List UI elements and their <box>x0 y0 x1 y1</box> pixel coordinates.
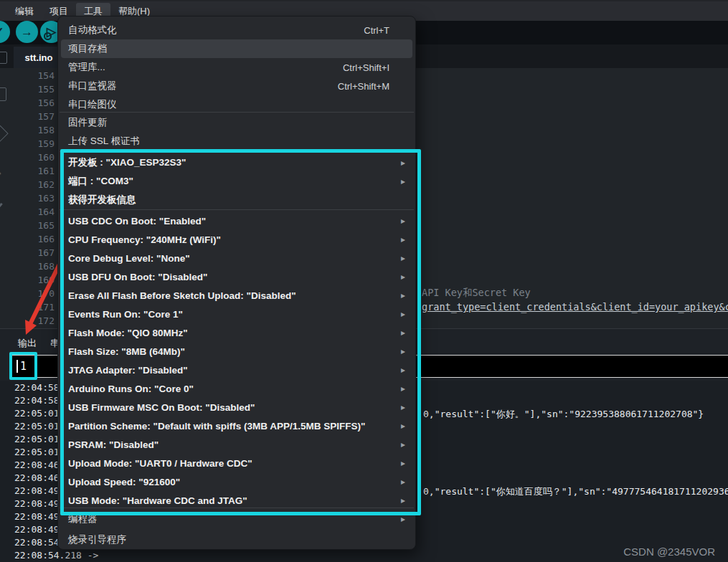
menu-item-label: 串口绘图仪 <box>68 98 117 111</box>
line-number: 170 <box>11 287 55 300</box>
line-number: 164 <box>11 205 55 219</box>
chevron-icon[interactable]: › <box>0 166 1 178</box>
code-url-fragment: grant_type=client_credentials&client_id=… <box>422 300 728 314</box>
menu-item-shortcut: Ctrl+Shift+I <box>343 62 405 73</box>
line-number: 159 <box>11 137 55 151</box>
console-timestamp: 22:08:49 <box>14 511 60 522</box>
console-timestamp: 22:08:54.218 -> <box>14 550 98 561</box>
check-icon: ✓ <box>0 24 4 39</box>
line-number: 166 <box>11 232 55 246</box>
board-options-highlight <box>60 149 421 515</box>
gear-icon <box>44 32 52 40</box>
watermark: CSDN @2345VOR <box>623 546 715 558</box>
line-number: 167 <box>11 246 55 259</box>
console-timestamp: 22:08:46 <box>14 459 60 470</box>
line-number: 162 <box>11 178 55 191</box>
line-number: 154 <box>11 69 55 82</box>
line-number: 169 <box>11 273 55 287</box>
tab-stt-ino[interactable]: stt.ino <box>14 47 64 68</box>
console-timestamp: 22:05:01 <box>14 408 60 419</box>
console-timestamp: 22:08:46 <box>14 472 60 483</box>
tab-output[interactable]: 输出 <box>18 337 37 350</box>
menu-item-label: 固件更新 <box>68 116 107 129</box>
line-number: 172 <box>11 314 55 328</box>
menu-item[interactable]: 固件更新 <box>61 113 412 132</box>
input-value-highlight <box>9 352 37 380</box>
line-number: 171 <box>11 300 55 314</box>
menubar-item[interactable]: 编辑 <box>7 3 42 20</box>
menu-item[interactable]: 自动格式化Ctrl+T <box>61 21 412 39</box>
line-number: 156 <box>11 96 55 110</box>
line-number: 165 <box>11 219 55 232</box>
line-number: 158 <box>11 123 55 137</box>
tab-serial-monitor[interactable]: 串口监视器 <box>50 337 57 350</box>
line-number: 163 <box>11 191 55 205</box>
verify-button[interactable]: ✓ <box>0 21 10 43</box>
submenu-arrow-icon: ▸ <box>401 514 405 524</box>
menu-item-label: 项目存档 <box>68 42 107 55</box>
menu-item[interactable]: 项目存档 <box>61 39 412 58</box>
menu-item[interactable]: 管理库...Ctrl+Shift+I <box>61 58 412 77</box>
board-manager-icon[interactable] <box>0 52 7 64</box>
console-timestamp: 22:05:01 <box>14 434 60 444</box>
console-timestamp: 22:04:58 <box>14 395 60 406</box>
console-timestamp: 22:05:01 <box>14 421 60 432</box>
line-number: 168 <box>11 259 55 273</box>
console-timestamp: 22:08:49 <box>14 485 60 496</box>
line-number: 157 <box>11 110 55 123</box>
line-number: 160 <box>11 151 55 164</box>
menu-item-shortcut: Ctrl+Shift+M <box>338 81 405 92</box>
menu-item-label: 管理库... <box>68 61 105 74</box>
console-timestamp: 22:05:01 <box>14 447 60 457</box>
menu-item[interactable]: 烧录引导程序 <box>61 530 412 549</box>
menu-item-label: 自动格式化 <box>68 24 117 37</box>
console-timestamp: 22:04:58 <box>14 382 60 393</box>
arrow-right-icon: → <box>21 25 33 39</box>
console-message: 0,"result":["你知道百度吗？"],"sn":"49777546418… <box>423 485 728 498</box>
menu-item-label: 串口监视器 <box>68 80 117 92</box>
menu-item[interactable]: 上传 SSL 根证书 <box>61 132 412 151</box>
line-number: 161 <box>11 164 55 178</box>
code-comment-fragment: API Key和Secret Key <box>422 286 531 300</box>
menu-separator <box>60 112 414 113</box>
menu-item[interactable]: 串口监视器Ctrl+Shift+M <box>61 77 412 95</box>
console-message: 0,"result":["你好。"],"sn":"922395388061711… <box>423 408 704 421</box>
menu-item-shortcut: Ctrl+T <box>364 25 405 36</box>
menu-item-label: 烧录引导程序 <box>68 533 126 546</box>
console-timestamp: 22:08:54 <box>14 537 60 548</box>
console-timestamp: 22:08:49 <box>14 524 60 535</box>
arduino-ide-window: 编辑项目工具帮助(H) ✓→▷ › stt.ino 15415515615715… <box>0 0 728 562</box>
menu-item-label: 上传 SSL 根证书 <box>68 135 140 148</box>
console-timestamp: 22:08:49 <box>14 498 60 509</box>
upload-button[interactable]: → <box>16 21 38 43</box>
line-number: 155 <box>11 82 55 96</box>
line-number-gutter: 1541551561571581591601611621631641651661… <box>0 68 55 328</box>
library-icon[interactable] <box>0 87 6 101</box>
console-row: 22:08:54.218 -> <box>0 550 728 562</box>
